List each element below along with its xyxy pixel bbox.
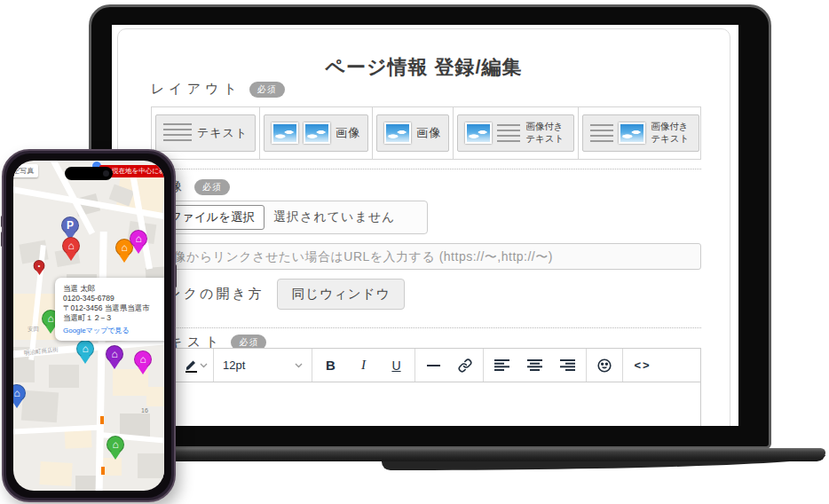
map-block-number: 12 xyxy=(148,490,155,491)
map-block-number: 16 xyxy=(141,407,148,413)
layout-option-image-double[interactable]: 画像 xyxy=(264,114,368,152)
editor-content-area[interactable] xyxy=(152,382,700,426)
layout-option-text-image[interactable]: 画像付きテキスト xyxy=(582,114,699,152)
map-building xyxy=(146,387,164,406)
pin-tail xyxy=(80,356,91,369)
required-badge: 必須 xyxy=(249,82,285,98)
map-marker-tick xyxy=(101,467,105,475)
map-pin-house[interactable]: ⌂ xyxy=(76,340,94,369)
info-address1: 〒012-3456 当選県当選市 xyxy=(63,303,164,313)
house-icon: ⌂ xyxy=(134,350,152,368)
phone-bezel: 空写真 現在地を中心に表示 安田 明治町商店街 16 12 P⌂•⌂⌂⌂⌂⌂⌂⌂… xyxy=(6,154,171,498)
map-pin-house[interactable]: ⌂ xyxy=(134,350,152,380)
map-building xyxy=(120,413,150,437)
layout-section-label: レイアウト xyxy=(151,81,241,98)
italic-button[interactable]: I xyxy=(347,352,380,379)
map-pin-house[interactable]: ⌂ xyxy=(107,436,124,465)
page-title: ページ情報 登録/編集 xyxy=(118,54,730,81)
layout-selector: テキスト 画像 画像 xyxy=(151,106,701,160)
pin-tail xyxy=(13,400,22,413)
map-building xyxy=(21,390,59,423)
image-thumbnail-icon xyxy=(619,122,645,144)
align-right-icon xyxy=(560,359,575,371)
map-type-button[interactable]: 空写真 xyxy=(13,164,38,177)
emoji-button[interactable] xyxy=(588,352,620,379)
align-left-button[interactable] xyxy=(486,352,518,379)
pin-tail xyxy=(119,255,130,268)
google-maps-link[interactable]: Googleマップで見る xyxy=(63,326,164,335)
image-thumbnail-icon xyxy=(304,122,330,144)
pin-tail xyxy=(66,253,76,266)
phone-map-screen: 空写真 現在地を中心に表示 安田 明治町商店街 16 12 P⌂•⌂⌂⌂⌂⌂⌂⌂… xyxy=(13,161,164,491)
pin-tail xyxy=(133,246,144,259)
image-thumbnail-icon xyxy=(465,122,492,144)
map-building xyxy=(39,461,72,486)
house-icon: ⌂ xyxy=(62,237,80,255)
section-divider xyxy=(151,327,701,328)
map-building xyxy=(138,453,164,478)
map-pin-house[interactable]: ⌂ xyxy=(106,345,123,374)
pen-color-icon xyxy=(184,358,198,373)
underline-button[interactable]: U xyxy=(380,352,413,379)
map-pin-poi[interactable]: • xyxy=(34,260,45,279)
text-lines-icon xyxy=(497,124,520,142)
toolbar-separator xyxy=(414,349,415,382)
horizontal-rule-button[interactable] xyxy=(417,352,449,379)
layout-option-text[interactable]: テキスト xyxy=(155,114,256,152)
laptop-display: ページ情報 登録/編集 レイアウト 必須 テキスト xyxy=(112,25,738,426)
house-icon: ⌂ xyxy=(107,436,124,453)
toolbar-separator xyxy=(483,349,484,382)
parking-icon: P xyxy=(61,217,79,234)
toolbar-separator xyxy=(312,349,312,382)
align-left-icon xyxy=(494,359,509,371)
smiley-icon xyxy=(597,358,612,373)
align-center-button[interactable] xyxy=(518,352,551,379)
link-target-select[interactable]: 同じウィンドウ xyxy=(277,279,406,310)
phone-mockup: 空写真 現在地を中心に表示 安田 明治町商店街 16 12 P⌂•⌂⌂⌂⌂⌂⌂⌂… xyxy=(2,149,176,502)
toolbar-separator xyxy=(213,349,214,382)
layout-option-image-text[interactable]: 画像付きテキスト xyxy=(457,114,574,152)
toolbar-separator xyxy=(622,349,623,382)
info-tel: 0120-345-6789 xyxy=(63,294,164,303)
horizontal-rule-icon xyxy=(427,365,440,366)
page: ページ情報 登録/編集 レイアウト 必須 テキスト xyxy=(0,0,829,504)
editor-toolbar: 12pt B I U xyxy=(152,349,700,382)
pin-tail xyxy=(109,361,120,374)
source-code-button[interactable]: <> xyxy=(625,352,660,379)
layout-option-image-single[interactable]: 画像 xyxy=(376,114,449,152)
map-pin-house[interactable]: ⌂ xyxy=(13,384,26,413)
image-thumbnail-icon xyxy=(272,122,298,144)
link-icon xyxy=(458,358,472,373)
image-url-input[interactable] xyxy=(151,243,701,270)
bold-button[interactable]: B xyxy=(314,352,347,379)
richtext-editor: 12pt B I U xyxy=(151,348,701,426)
image-thumbnail-icon xyxy=(384,122,411,144)
font-size-select[interactable]: 12pt xyxy=(216,352,310,379)
section-divider xyxy=(151,169,701,169)
map-building xyxy=(49,365,79,388)
text-lines-icon xyxy=(590,124,613,142)
house-icon: ⌂ xyxy=(76,340,94,358)
map-info-window: × 当選 太郎 0120-345-6789 〒012-3456 当選県当選市 当… xyxy=(55,278,164,341)
phone-dynamic-island xyxy=(65,167,113,180)
info-name: 当選 太郎 xyxy=(63,284,164,294)
toolbar-separator xyxy=(586,349,587,382)
required-badge: 必須 xyxy=(194,179,230,195)
file-input-box: ファイルを選択 選択されていません xyxy=(151,201,428,234)
map-pin-house[interactable]: ⌂ xyxy=(62,237,80,266)
pin-tail xyxy=(110,452,121,465)
text-color-button[interactable] xyxy=(180,352,211,379)
chevron-down-icon xyxy=(200,363,208,368)
map-pin-house[interactable]: ⌂ xyxy=(130,230,147,259)
text-lines-icon xyxy=(163,123,192,143)
map-marker-tick xyxy=(100,416,104,424)
insert-link-button[interactable] xyxy=(449,352,481,379)
align-center-icon xyxy=(527,359,542,371)
info-address2: 当選町１２−３ xyxy=(63,313,164,323)
pin-tail xyxy=(36,270,43,279)
chevron-down-icon xyxy=(295,363,303,368)
form-panel: ページ情報 登録/編集 レイアウト 必須 テキスト xyxy=(117,28,730,426)
house-icon: ⌂ xyxy=(13,384,26,402)
align-right-button[interactable] xyxy=(551,352,584,379)
file-status-text: 選択されていません xyxy=(273,209,395,225)
